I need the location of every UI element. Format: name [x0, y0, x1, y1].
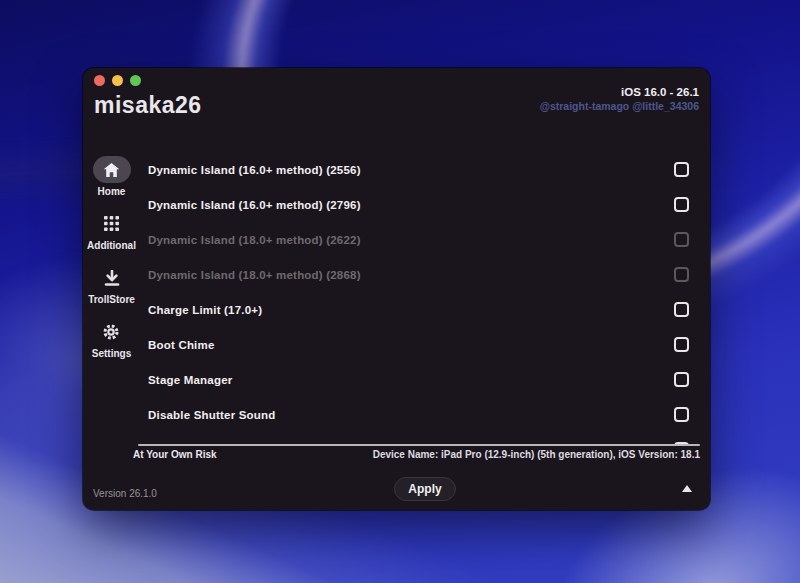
grid-icon: [92, 210, 130, 237]
tweak-label: Dynamic Island (18.0+ method) (2868): [148, 269, 361, 281]
tweak-row-stage-manager[interactable]: Stage Manager: [140, 362, 710, 397]
sidebar-label-home: Home: [98, 186, 126, 197]
tweak-row-dynamic-island-2622: Dynamic Island (18.0+ method) (2622): [140, 222, 710, 257]
tweak-row-dynamic-island-2796[interactable]: Dynamic Island (16.0+ method) (2796): [140, 187, 710, 222]
home-icon: [93, 156, 131, 183]
chevron-up-icon[interactable]: [682, 485, 692, 492]
close-button[interactable]: [94, 75, 105, 86]
checkbox[interactable]: [674, 162, 689, 177]
version-label: Version 26.1.0: [93, 488, 157, 499]
sidebar-label-trollstore: TrollStore: [88, 294, 135, 305]
device-info: Device Name: iPad Pro (12.9-inch) (5th g…: [373, 449, 700, 460]
zoom-button[interactable]: [130, 75, 141, 86]
tweak-label: Dynamic Island (18.0+ method) (2622): [148, 234, 361, 246]
ios-version-range: iOS 16.0 - 26.1: [540, 86, 699, 98]
sidebar-item-trollstore[interactable]: TrollStore: [88, 264, 135, 305]
footer-divider: [138, 444, 700, 446]
sidebar-item-settings[interactable]: Settings: [92, 318, 131, 359]
apply-button[interactable]: Apply: [394, 477, 456, 501]
tweak-row-dynamic-island-2556[interactable]: Dynamic Island (16.0+ method) (2556): [140, 152, 710, 187]
sidebar-label-additional: Additional: [87, 240, 136, 251]
tweak-row-always-on-display[interactable]: Always-on Display (18.0+): [140, 432, 710, 444]
tweak-list: Dynamic Island (16.0+ method) (2556) Dyn…: [140, 152, 710, 444]
gear-icon: [92, 318, 130, 345]
tweak-row-disable-shutter-sound[interactable]: Disable Shutter Sound: [140, 397, 710, 432]
checkbox: [674, 267, 689, 282]
tweak-label: Boot Chime: [148, 339, 215, 351]
tweak-row-dynamic-island-2868: Dynamic Island (18.0+ method) (2868): [140, 257, 710, 292]
checkbox[interactable]: [674, 372, 689, 387]
credits-handles: @straight-tamago @little_34306: [540, 100, 699, 112]
checkbox[interactable]: [674, 302, 689, 317]
tweak-label: Charge Limit (17.0+): [148, 304, 262, 316]
tweak-row-charge-limit[interactable]: Charge Limit (17.0+): [140, 292, 710, 327]
tweak-label: Disable Shutter Sound: [148, 409, 276, 421]
app-window: misaka26 iOS 16.0 - 26.1 @straight-tamag…: [83, 68, 710, 510]
sidebar-label-settings: Settings: [92, 348, 131, 359]
tweak-label: Stage Manager: [148, 374, 232, 386]
minimize-button[interactable]: [112, 75, 123, 86]
checkbox[interactable]: [674, 197, 689, 212]
tweak-label: Dynamic Island (16.0+ method) (2796): [148, 199, 361, 211]
download-icon: [93, 264, 131, 291]
header-right: iOS 16.0 - 26.1 @straight-tamago @little…: [540, 86, 699, 112]
tweak-row-boot-chime[interactable]: Boot Chime: [140, 327, 710, 362]
checkbox[interactable]: [674, 337, 689, 352]
app-title: misaka26: [94, 92, 202, 119]
footer-info-row: At Your Own Risk Device Name: iPad Pro (…: [133, 449, 700, 460]
tweak-label: Dynamic Island (16.0+ method) (2556): [148, 164, 361, 176]
checkbox: [674, 232, 689, 247]
sidebar-item-additional[interactable]: Additional: [87, 210, 136, 251]
window-controls: [94, 75, 141, 86]
risk-note: At Your Own Risk: [133, 449, 217, 460]
sidebar-item-home[interactable]: Home: [93, 156, 131, 197]
sidebar: Home Additional: [83, 156, 140, 359]
checkbox[interactable]: [674, 407, 689, 422]
